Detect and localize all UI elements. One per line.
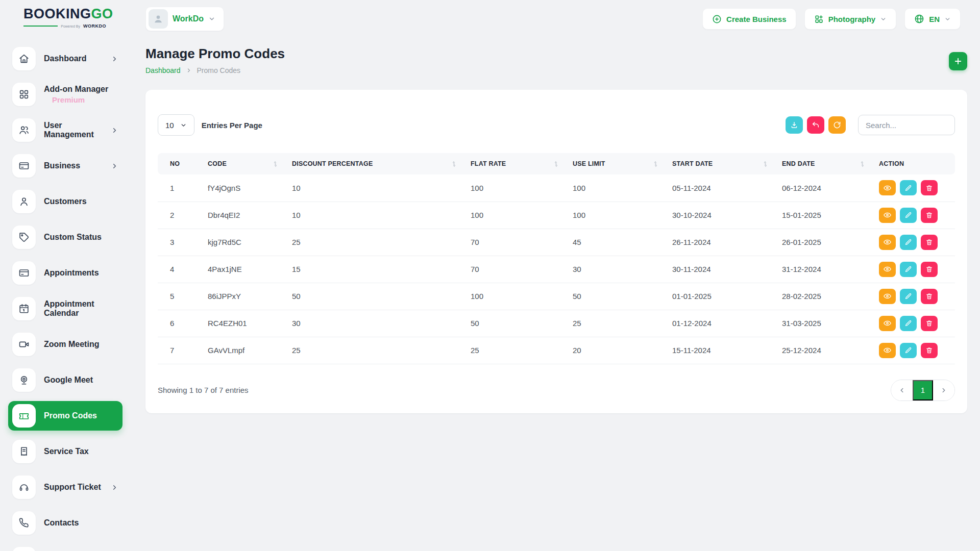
sidebar-item-label: Appointments	[44, 268, 99, 277]
column-header-start-date[interactable]: START DATE	[668, 153, 778, 174]
create-business-label: Create Business	[726, 15, 787, 23]
column-header-discount-percentage[interactable]: DISCOUNT PERCENTAGE	[288, 153, 467, 174]
delete-button[interactable]	[921, 235, 938, 250]
cell-actions	[875, 202, 955, 229]
view-button[interactable]	[879, 289, 896, 304]
workspace-dropdown[interactable]: WorkDo	[145, 7, 224, 31]
cell-flat-rate: 100	[467, 174, 569, 202]
table-row: 6RC4EZH0130502501-12-202431-03-2025	[158, 310, 955, 337]
sidebar-item-label: Contacts	[44, 518, 79, 527]
entries-per-page-select[interactable]: 10	[158, 114, 194, 136]
cell-discount: 15	[288, 256, 467, 283]
sidebar-item-support-ticket[interactable]: Support Ticket	[8, 472, 122, 502]
sidebar-item-add-on-manager[interactable]: Add-on ManagerPremium	[8, 80, 122, 109]
column-label: FLAT RATE	[471, 160, 506, 167]
delete-button[interactable]	[921, 262, 938, 277]
refresh-icon	[833, 121, 841, 129]
avatar	[149, 9, 168, 29]
search-input[interactable]	[858, 115, 955, 135]
export-button[interactable]	[786, 116, 803, 134]
brand-logo: BOOKINGGO Powered By WORKDO	[0, 0, 131, 33]
edit-button[interactable]	[900, 208, 917, 223]
column-header-flat-rate[interactable]: FLAT RATE	[467, 153, 569, 174]
language-dropdown[interactable]: EN	[904, 8, 961, 30]
view-button[interactable]	[879, 262, 896, 277]
cell-start-date: 30-10-2024	[668, 202, 778, 229]
cell-no: 4	[158, 256, 204, 283]
delete-button[interactable]	[921, 289, 938, 304]
view-button[interactable]	[879, 180, 896, 195]
delete-button[interactable]	[921, 180, 938, 195]
sort-icon	[451, 161, 457, 167]
workspace-name: WorkDo	[173, 14, 204, 23]
sidebar-item-appointments[interactable]: Appointments	[8, 258, 122, 288]
column-header-code[interactable]: CODE	[204, 153, 288, 174]
cell-use-limit: 45	[569, 229, 668, 256]
chevron-right-icon	[111, 162, 118, 170]
view-button[interactable]	[879, 235, 896, 250]
cell-no: 2	[158, 202, 204, 229]
column-header-end-date[interactable]: END DATE	[778, 153, 875, 174]
pagination-prev-button[interactable]	[891, 380, 913, 400]
page-title: Manage Promo Codes	[145, 46, 285, 62]
edit-button[interactable]	[900, 343, 917, 358]
sidebar-item-label: Add-on Manager	[44, 85, 108, 93]
sidebar-item-appointment-calendar[interactable]: Appointment Calendar	[8, 294, 122, 323]
sort-icon	[859, 161, 866, 167]
column-label: DISCOUNT PERCENTAGE	[292, 160, 373, 167]
sidebar-item-google-meet[interactable]: Google Meet	[8, 365, 122, 395]
business-type-dropdown[interactable]: Photography	[804, 8, 897, 30]
edit-button[interactable]	[900, 262, 917, 277]
sidebar-item-zoom-meeting[interactable]: Zoom Meeting	[8, 330, 122, 359]
column-label: END DATE	[782, 160, 815, 167]
cell-flat-rate: 70	[467, 256, 569, 283]
sidebar-item-subscribers[interactable]: Subscribers	[8, 544, 122, 551]
add-promo-code-button[interactable]	[949, 52, 967, 70]
powered-by-label: Powered By	[61, 24, 80, 28]
sidebar-item-label: User Management	[44, 121, 94, 139]
cell-discount: 25	[288, 337, 467, 364]
pagination-page-1[interactable]: 1	[913, 380, 933, 400]
sidebar-item-custom-status[interactable]: Custom Status	[8, 222, 122, 252]
cell-code: RC4EZH01	[204, 310, 288, 337]
cell-no: 3	[158, 229, 204, 256]
cell-code: 4Pax1jNE	[204, 256, 288, 283]
delete-button[interactable]	[921, 316, 938, 331]
sidebar-item-promo-codes[interactable]: Promo Codes	[8, 401, 122, 431]
card-icon	[12, 261, 36, 285]
cell-code: fY4jOgnS	[204, 174, 288, 202]
cell-start-date: 15-11-2024	[668, 337, 778, 364]
delete-button[interactable]	[921, 208, 938, 223]
view-button[interactable]	[879, 316, 896, 331]
sidebar-item-business[interactable]: Business	[8, 151, 122, 181]
sidebar-item-user-management[interactable]: User Management	[8, 115, 122, 145]
app-root: BOOKINGGO Powered By WORKDO WorkDo Creat…	[0, 0, 980, 551]
pagination-next-button[interactable]	[933, 380, 954, 400]
refresh-button[interactable]	[828, 116, 846, 134]
view-button[interactable]	[879, 343, 896, 358]
sidebar-item-dashboard[interactable]: Dashboard	[8, 44, 122, 73]
sidebar-item-contacts[interactable]: Contacts	[8, 508, 122, 538]
webcam-icon	[12, 368, 36, 392]
column-header-use-limit[interactable]: USE LIMIT	[569, 153, 668, 174]
breadcrumb-dashboard-link[interactable]: Dashboard	[145, 66, 181, 74]
cell-use-limit: 100	[569, 202, 668, 229]
trash-icon	[925, 265, 933, 273]
table-toolbar: 10 Entries Per Page	[158, 114, 955, 136]
edit-button[interactable]	[900, 316, 917, 331]
edit-button[interactable]	[900, 180, 917, 195]
cell-code: Dbr4qEI2	[204, 202, 288, 229]
sidebar-item-customers[interactable]: Customers	[8, 187, 122, 216]
sidebar-item-label: Dashboard	[44, 54, 87, 63]
reset-button[interactable]	[807, 116, 824, 134]
cell-discount: 10	[288, 202, 467, 229]
edit-button[interactable]	[900, 289, 917, 304]
sidebar-item-service-tax[interactable]: Service Tax	[8, 437, 122, 466]
delete-button[interactable]	[921, 343, 938, 358]
edit-button[interactable]	[900, 235, 917, 250]
trash-icon	[925, 292, 933, 300]
sort-icon	[553, 161, 559, 167]
create-business-button[interactable]: Create Business	[702, 8, 796, 30]
promo-codes-table: NOCODEDISCOUNT PERCENTAGEFLAT RATEUSE LI…	[158, 153, 955, 364]
view-button[interactable]	[879, 208, 896, 223]
